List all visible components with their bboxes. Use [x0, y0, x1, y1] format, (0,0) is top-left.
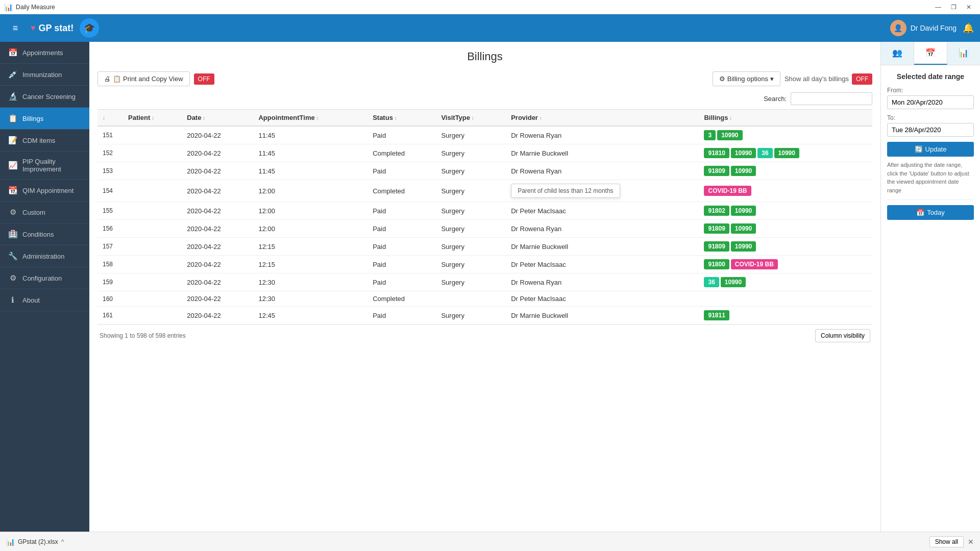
today-button[interactable]: 📅 Today [887, 205, 974, 220]
sidebar-item-appointments[interactable]: 📅 Appointments [0, 42, 89, 64]
sidebar-item-about[interactable]: ℹ About [0, 289, 89, 311]
billing-badge[interactable]: 3 [704, 130, 716, 140]
tab-calendar[interactable]: 📅 [914, 42, 947, 65]
appointments-icon: 📅 [8, 48, 17, 57]
col-billings[interactable]: Billings [699, 110, 872, 127]
sidebar-item-label: Conditions [22, 231, 54, 238]
billing-badge[interactable]: COVID-19 BB [704, 186, 751, 196]
cell-time: 12:30 [253, 273, 368, 291]
billing-badge[interactable]: 91809 [704, 223, 729, 234]
show-billings-toggle[interactable]: OFF [852, 73, 872, 85]
billing-options-button[interactable]: ⚙ Billing options ▾ [713, 71, 780, 86]
cell-billings: 91810109903610990 [699, 144, 872, 162]
billing-badge[interactable]: COVID-19 BB [731, 259, 778, 269]
cell-billings: 9180210990 [699, 202, 872, 220]
cell-time: 12:00 [253, 202, 368, 220]
billing-badge[interactable]: 91800 [704, 259, 729, 269]
billing-badge[interactable]: 91809 [704, 166, 729, 176]
col-date[interactable]: Date [182, 110, 253, 127]
show-all-button[interactable]: Show all [929, 536, 964, 547]
sidebar-item-billings[interactable]: 📋 Billings [0, 108, 89, 130]
tab-users[interactable]: 👥 [881, 42, 914, 65]
billing-badge[interactable]: 10990 [717, 130, 742, 140]
sidebar-item-immunization[interactable]: 💉 Immunization [0, 64, 89, 86]
row-num: 151 [97, 126, 123, 144]
billing-badge[interactable]: 91810 [704, 148, 729, 158]
sidebar-item-label: About [22, 296, 40, 304]
content-area: Billings 🖨 📋 Print and Copy View OFF ⚙ [89, 42, 880, 532]
cell-date: 2020-04-22 [182, 307, 253, 324]
from-date-input[interactable] [887, 95, 974, 109]
custom-icon: ⚙ [8, 208, 17, 217]
billing-badge[interactable]: 10990 [731, 166, 756, 176]
sidebar-item-pip[interactable]: 📈 PIP Quality Improvement [0, 152, 89, 180]
col-visit-type[interactable]: VisitType [436, 110, 506, 127]
cell-date: 2020-04-22 [182, 162, 253, 180]
search-label: Search: [764, 95, 787, 103]
billing-badge[interactable]: 10990 [731, 241, 756, 252]
cell-provider: Dr Marnie Buckwell [506, 307, 699, 324]
sidebar-item-configuration[interactable]: ⚙ Configuration [0, 267, 89, 289]
sidebar-item-custom[interactable]: ⚙ Custom [0, 202, 89, 223]
row-num: 157 [97, 238, 123, 256]
toolbar-right: ⚙ Billing options ▾ Show all day's billi… [713, 71, 872, 86]
billing-badge[interactable]: 10990 [731, 148, 756, 158]
graduation-cap-button[interactable]: 🎓 [80, 18, 99, 38]
sidebar-item-label: Billings [22, 115, 43, 122]
billing-badge[interactable]: 91811 [704, 310, 729, 320]
user-name: Dr David Fong [911, 24, 957, 32]
file-icon: 📊 [6, 538, 15, 546]
billing-badge[interactable]: 91802 [704, 206, 729, 216]
page-title: Billings [97, 50, 872, 63]
title-bar-controls: — ❐ ✕ [931, 2, 976, 13]
sidebar-item-label: CDM items [22, 137, 55, 144]
billing-badge[interactable]: 10990 [721, 277, 746, 287]
restore-button[interactable]: ❐ [946, 2, 961, 13]
administration-icon: 🔧 [8, 252, 17, 261]
sidebar-item-cdm[interactable]: 📝 CDM items [0, 130, 89, 152]
refresh-icon: 🔄 [915, 145, 923, 153]
cdm-icon: 📝 [8, 136, 17, 145]
expand-icon[interactable]: ^ [61, 538, 64, 545]
billing-badge[interactable]: 36 [704, 277, 719, 287]
table-row: 1572020-04-2212:15PaidSurgeryDr Marnie B… [97, 238, 872, 256]
right-panel-content: Selected date range From: To: 🔄 Update A… [881, 65, 980, 532]
hamburger-button[interactable]: ≡ [6, 19, 24, 37]
col-patient[interactable]: Patient [123, 110, 182, 127]
sidebar-item-conditions[interactable]: 🏥 Conditions [0, 223, 89, 245]
col-status[interactable]: Status [368, 110, 436, 127]
main-content: Billings 🖨 📋 Print and Copy View OFF ⚙ [89, 42, 880, 532]
configuration-icon: ⚙ [8, 273, 17, 283]
col-time[interactable]: AppointmentTime [253, 110, 368, 127]
billing-badge[interactable]: 36 [757, 148, 772, 158]
bell-icon[interactable]: 🔔 [963, 22, 974, 34]
close-bottom-button[interactable]: ✕ [968, 538, 974, 546]
to-date-input[interactable] [887, 123, 974, 137]
billing-badge[interactable]: 10990 [774, 148, 799, 158]
billing-badge[interactable]: 10990 [731, 223, 756, 234]
billing-badge[interactable]: 10990 [731, 206, 756, 216]
cell-status: Paid [368, 162, 436, 180]
sidebar-item-administration[interactable]: 🔧 Administration [0, 245, 89, 267]
update-button[interactable]: 🔄 Update [887, 142, 974, 157]
tab-chart[interactable]: 📊 [947, 42, 980, 65]
bottom-bar: 📊 GPstat (2).xlsx ^ Show all ✕ [0, 532, 980, 551]
col-provider[interactable]: Provider [506, 110, 699, 127]
minimize-button[interactable]: — [931, 2, 945, 13]
print-copy-view-button[interactable]: 🖨 📋 Print and Copy View [97, 71, 190, 86]
billing-badge[interactable]: 91809 [704, 241, 729, 252]
cell-visit-type: Surgery [436, 307, 506, 324]
sidebar-item-qim[interactable]: 📆 QIM Appointment [0, 180, 89, 202]
column-visibility-button[interactable]: Column visibility [815, 329, 870, 342]
sidebar-item-cancer-screening[interactable]: 🔬 Cancer Screening [0, 86, 89, 108]
print-toggle-button[interactable]: OFF [194, 73, 214, 85]
row-num: 161 [97, 307, 123, 324]
cell-date: 2020-04-22 [182, 144, 253, 162]
cell-date: 2020-04-22 [182, 180, 253, 202]
cell-billings: 9180910990 [699, 220, 872, 238]
col-num[interactable] [97, 110, 123, 127]
search-input[interactable] [791, 92, 872, 105]
cell-provider: Dr Peter MacIsaac [506, 202, 699, 220]
close-button[interactable]: ✕ [962, 2, 976, 13]
from-date-section: From: [887, 87, 974, 109]
